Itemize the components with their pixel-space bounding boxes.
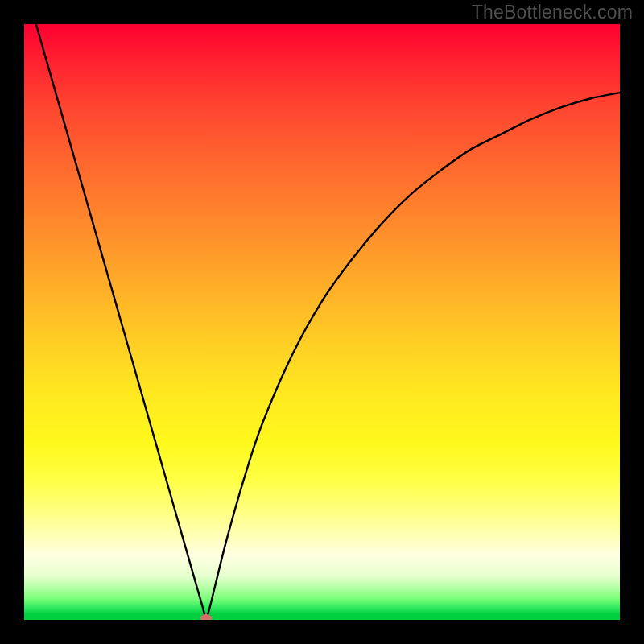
bottleneck-curve bbox=[24, 24, 620, 620]
watermark-text: TheBottleneck.com bbox=[472, 2, 633, 23]
plot-area bbox=[24, 24, 620, 620]
optimum-marker bbox=[200, 614, 212, 620]
chart-frame: TheBottleneck.com bbox=[0, 0, 644, 644]
